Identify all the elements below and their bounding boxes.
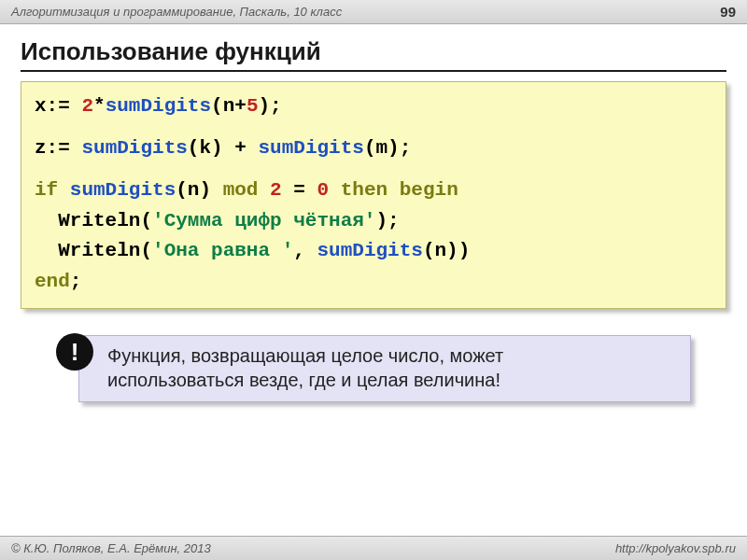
note-callout: ! Функция, возвращающая целое число, мож… bbox=[56, 335, 691, 402]
code-example: x:= 2*sumDigits(n+5); z:= sumDigits(k) +… bbox=[21, 81, 726, 309]
code-line: if sumDigits(n) mod 2 = 0 then begin bbox=[35, 175, 712, 206]
code-line: x:= 2*sumDigits(n+5); bbox=[35, 91, 712, 122]
slide-title: Использование функций bbox=[21, 37, 726, 72]
footer-authors: © К.Ю. Поляков, Е.А. Ерёмин, 2013 bbox=[11, 541, 211, 555]
note-body: Функция, возвращающая целое число, может… bbox=[78, 335, 691, 402]
page-number: 99 bbox=[720, 4, 736, 20]
course-title: Алгоритмизация и программирование, Паска… bbox=[11, 5, 342, 19]
footer-url: http://kpolyakov.spb.ru bbox=[615, 541, 736, 555]
code-line bbox=[35, 122, 712, 134]
code-line: Writeln('Она равна ', sumDigits(n)) bbox=[35, 236, 712, 267]
slide-footer: © К.Ю. Поляков, Е.А. Ерёмин, 2013 http:/… bbox=[0, 536, 747, 560]
note-line-2: использоваться везде, где и целая величи… bbox=[107, 370, 500, 390]
slide-body: Использование функций x:= 2*sumDigits(n+… bbox=[0, 24, 747, 402]
code-line bbox=[35, 164, 712, 176]
code-line: z:= sumDigits(k) + sumDigits(m); bbox=[35, 133, 712, 164]
code-line: end; bbox=[35, 267, 712, 298]
slide-header: Алгоритмизация и программирование, Паска… bbox=[0, 0, 747, 24]
note-line-1: Функция, возвращающая целое число, может bbox=[107, 345, 503, 366]
code-line: Writeln('Сумма цифр чётная'); bbox=[35, 206, 712, 237]
